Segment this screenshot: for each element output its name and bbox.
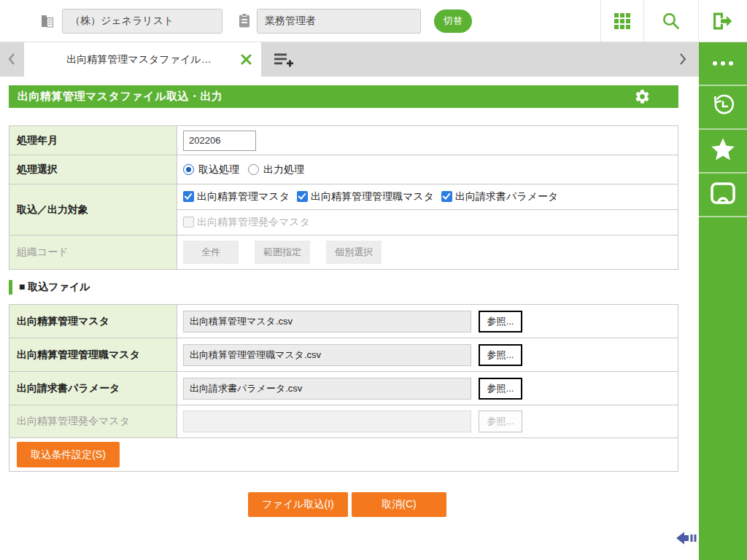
file-path-input[interactable] (183, 344, 471, 366)
target-label: 取込／出力対象 (9, 184, 177, 235)
browse-button: 参照... (479, 411, 522, 432)
checkbox-invoice-param[interactable] (441, 191, 452, 202)
checkbox-appointment-master-label: 出向精算管理発令マスタ (197, 216, 310, 229)
row-import-file: 出向請求書パラメータ 参照... (9, 371, 678, 405)
tab-scroll-right-button[interactable] (677, 52, 689, 69)
section-title: ■ 取込ファイル (19, 281, 90, 294)
tab-active[interactable]: 出向精算管理マスタファイル… (24, 42, 261, 77)
clipboard-icon (238, 12, 251, 32)
building-icon (39, 13, 55, 32)
import-condition-button[interactable]: 取込条件設定(S) (17, 442, 120, 467)
row-org-code: 組織コード 全件 範囲指定 個別選択 (9, 235, 678, 270)
tab-scroll-left-button[interactable] (6, 52, 18, 69)
export-process-radio-label: 出力処理 (263, 163, 304, 176)
star-icon (710, 137, 736, 165)
history-button[interactable] (699, 86, 747, 130)
ellipsis-icon (713, 61, 733, 66)
search-icon[interactable] (661, 11, 681, 34)
import-process-radio[interactable] (183, 164, 194, 175)
org-all-button: 全件 (183, 241, 239, 264)
gear-icon[interactable] (634, 88, 651, 105)
import-process-radio-label: 取込処理 (198, 163, 239, 176)
file-path-input[interactable] (183, 378, 471, 400)
row-import-export-target: 取込／出力対象 出向精算管理マスタ 出向精算管理管理職マスタ 出向請求書パラメー… (9, 184, 678, 236)
browse-button[interactable]: 参照... (479, 378, 522, 400)
section-accent-bar (9, 280, 12, 295)
memo-tray-button[interactable] (699, 174, 747, 217)
import-file-label: 出向請求書パラメータ (9, 372, 177, 405)
history-clock-icon (710, 93, 736, 122)
logout-icon[interactable] (711, 12, 732, 34)
apps-grid-icon[interactable] (614, 13, 632, 31)
header-separator (698, 0, 699, 42)
tab-label: 出向精算管理マスタファイル… (24, 53, 235, 66)
process-select-label: 処理選択 (9, 155, 177, 184)
cancel-button[interactable]: 取消(C) (352, 492, 446, 517)
company-input[interactable] (62, 9, 222, 34)
switch-button[interactable]: 切替 (434, 9, 472, 33)
more-menu-button[interactable] (699, 42, 747, 86)
row-import-condition: 取込条件設定(S) (9, 438, 678, 472)
row-process-select: 処理選択 取込処理 出力処理 (9, 155, 678, 184)
import-file-label: 出向精算管理管理職マスタ (9, 338, 177, 371)
right-sidebar (699, 42, 747, 560)
page-title: 出向精算管理マスタファイル取込・出力 (18, 90, 222, 104)
tab-bar: 出向精算管理マスタファイル… (0, 42, 699, 77)
target-disabled-row: 出向精算管理発令マスタ (177, 210, 678, 236)
collapse-left-arrow-icon[interactable] (676, 530, 697, 549)
favorites-button[interactable] (699, 130, 747, 174)
row-import-file-disabled: 出向精算管理発令マスタ 参照... (9, 405, 678, 438)
browse-button[interactable]: 参照... (479, 311, 522, 332)
processing-month-label: 処理年月 (9, 126, 177, 155)
file-path-input (183, 411, 471, 432)
tab-close-icon[interactable] (235, 54, 257, 65)
import-file-label: 出向精算管理発令マスタ (9, 405, 177, 438)
checkbox-manager-master-label: 出向精算管理管理職マスタ (311, 190, 434, 203)
checkbox-invoice-param-label: 出向請求書パラメータ (455, 190, 558, 203)
row-import-file: 出向精算管理管理職マスタ 参照... (9, 338, 678, 372)
header-separator (600, 0, 601, 42)
import-files-section-header: ■ 取込ファイル (9, 280, 90, 295)
org-code-label: 組織コード (9, 236, 177, 269)
tray-icon (710, 182, 736, 208)
role-input[interactable] (257, 9, 421, 34)
file-path-input[interactable] (183, 311, 471, 332)
org-range-button: 範囲指定 (255, 241, 310, 264)
export-process-radio[interactable] (248, 164, 259, 175)
row-import-file: 出向精算管理マスタ 参照... (9, 304, 678, 338)
checkbox-master-label: 出向精算管理マスタ (197, 190, 290, 203)
header-separator (643, 0, 644, 42)
target-checked-row: 出向精算管理マスタ 出向精算管理管理職マスタ 出向請求書パラメータ (177, 184, 678, 210)
file-import-button[interactable]: ファイル取込(I) (248, 492, 348, 517)
org-individual-button: 個別選択 (326, 241, 382, 264)
processing-month-input[interactable] (183, 131, 256, 151)
browse-button[interactable]: 参照... (479, 344, 522, 366)
checkbox-master[interactable] (183, 191, 194, 202)
checkbox-manager-master[interactable] (297, 191, 308, 202)
checkbox-appointment-master (183, 217, 194, 228)
row-processing-month: 処理年月 (9, 125, 678, 155)
page-title-bar: 出向精算管理マスタファイル取込・出力 (9, 85, 678, 108)
import-file-label: 出向精算管理マスタ (9, 305, 177, 338)
app-header: 切替 (0, 0, 747, 42)
add-tab-icon[interactable] (273, 52, 295, 71)
